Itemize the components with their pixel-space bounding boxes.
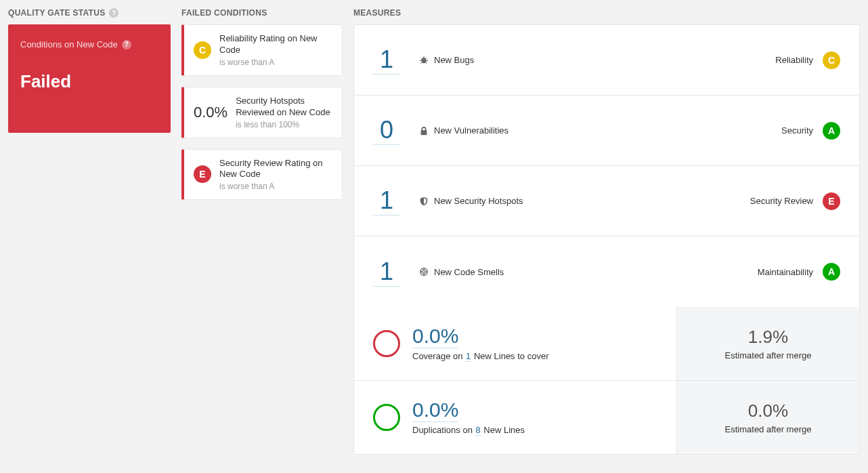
measure-row: 1 New Bugs Reliability C xyxy=(354,25,859,96)
rating-badge: C xyxy=(823,52,840,69)
measure-value[interactable]: 1 xyxy=(373,45,400,75)
coverage-estimate: 1.9% Estimated after merge xyxy=(676,307,859,380)
duplications-value[interactable]: 0.0% xyxy=(412,400,458,422)
coverage-estimate-value: 1.9% xyxy=(748,327,788,348)
quality-gate-heading: QUALITY GATE STATUS ? xyxy=(8,8,171,18)
measure-row: 1 New Code Smells Maintainability A xyxy=(354,236,859,307)
condition-value: 0.0% xyxy=(194,104,227,121)
duplications-indicator-icon xyxy=(373,404,400,431)
duplications-estimate-label: Estimated after merge xyxy=(725,424,812,434)
failed-conditions-list: C Reliability Rating on New Code is wors… xyxy=(181,24,343,200)
help-icon[interactable]: ? xyxy=(109,8,118,18)
shield-icon xyxy=(419,197,429,206)
measure-label: New Vulnerabilities xyxy=(434,125,508,136)
rating-badge: C xyxy=(194,41,211,59)
help-icon[interactable]: ? xyxy=(122,40,131,49)
coverage-lines-link[interactable]: 1 xyxy=(465,351,471,362)
duplications-estimate: 0.0% Estimated after merge xyxy=(676,381,859,454)
measure-label: New Code Smells xyxy=(434,267,504,277)
duplications-subtext: Duplications on 8 New Lines xyxy=(412,425,525,435)
rating-badge: A xyxy=(823,263,840,281)
smell-icon xyxy=(419,267,429,276)
rating-badge: E xyxy=(823,192,840,210)
lock-icon xyxy=(419,126,429,136)
measure-row: 1 New Security Hotspots Security Review … xyxy=(354,166,859,236)
measure-category: Security xyxy=(781,125,813,136)
duplications-row: 0.0% Duplications on 8 New Lines 0.0% Es… xyxy=(354,381,859,454)
condition-sub: is worse than A xyxy=(219,58,332,67)
coverage-row: 0.0% Coverage on 1 New Lines to cover 1.… xyxy=(354,307,859,381)
measure-category: Security Review xyxy=(750,196,813,206)
quality-gate-card: Conditions on New Code ? Failed xyxy=(8,24,171,133)
failed-condition-item[interactable]: E Security Review Rating on New Code is … xyxy=(181,149,343,201)
coverage-estimate-label: Estimated after merge xyxy=(725,350,812,361)
quality-gate-heading-text: QUALITY GATE STATUS xyxy=(8,8,105,18)
duplications-lines-link[interactable]: 8 xyxy=(475,425,481,436)
duplications-estimate-value: 0.0% xyxy=(748,400,788,421)
measure-value[interactable]: 0 xyxy=(373,116,400,145)
measure-category: Maintainability xyxy=(758,267,813,277)
measure-label: New Security Hotspots xyxy=(434,196,523,206)
measure-value[interactable]: 1 xyxy=(373,258,400,287)
quality-gate-column: QUALITY GATE STATUS ? Conditions on New … xyxy=(8,8,171,455)
measure-value[interactable]: 1 xyxy=(373,186,400,215)
condition-sub: is worse than A xyxy=(219,182,332,191)
condition-title: Security Review Rating on New Code xyxy=(219,158,332,181)
overview-page: QUALITY GATE STATUS ? Conditions on New … xyxy=(8,8,860,455)
coverage-subtext: Coverage on 1 New Lines to cover xyxy=(412,351,548,361)
measures-box: 1 New Bugs Reliability C 0 New Vulnerabi… xyxy=(353,24,860,455)
rating-badge: A xyxy=(823,122,840,140)
failed-conditions-heading: FAILED CONDITIONS xyxy=(181,8,343,18)
failed-conditions-column: FAILED CONDITIONS C Reliability Rating o… xyxy=(181,8,343,455)
failed-condition-item[interactable]: 0.0% Security Hotspots Reviewed on New C… xyxy=(181,87,343,138)
bug-icon xyxy=(419,56,429,65)
svg-point-1 xyxy=(422,270,425,273)
coverage-value[interactable]: 0.0% xyxy=(412,326,458,348)
measures-column: MEASURES 1 New Bugs Reliability C 0 New … xyxy=(353,8,860,455)
condition-title: Security Hotspots Reviewed on New Code xyxy=(236,96,332,119)
coverage-left: 0.0% Coverage on 1 New Lines to cover xyxy=(354,307,676,380)
failed-condition-item[interactable]: C Reliability Rating on New Code is wors… xyxy=(181,24,343,76)
coverage-indicator-icon xyxy=(373,330,400,357)
measure-category: Reliability xyxy=(775,55,813,65)
quality-gate-status: Failed xyxy=(20,71,158,92)
condition-title: Reliability Rating on New Code xyxy=(219,33,332,56)
rating-badge: E xyxy=(194,165,211,183)
condition-sub: is less than 100% xyxy=(236,120,332,129)
quality-gate-conditions-label: Conditions on New Code xyxy=(20,39,118,49)
duplications-left: 0.0% Duplications on 8 New Lines xyxy=(354,381,676,454)
measures-heading: MEASURES xyxy=(353,8,860,18)
measure-label: New Bugs xyxy=(434,55,474,65)
measure-row: 0 New Vulnerabilities Security A xyxy=(354,96,859,166)
quality-gate-conditions-link[interactable]: Conditions on New Code ? xyxy=(20,39,158,49)
